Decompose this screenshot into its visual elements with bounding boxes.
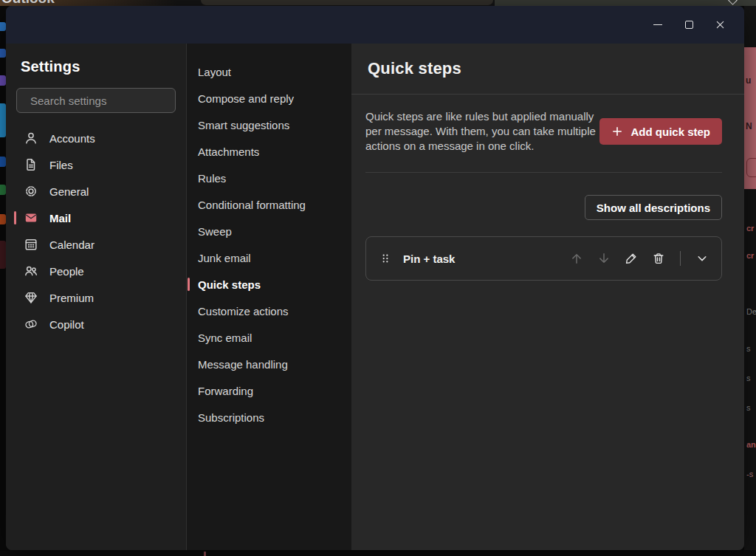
sidebar-item-label: Files	[49, 159, 73, 171]
edge-fragment	[204, 552, 206, 556]
sidebar-item-label: People	[49, 265, 84, 278]
settings-sidebar: Settings Accounts Files General	[6, 44, 186, 550]
edge-fragment: N	[746, 121, 752, 131]
maximize-button[interactable]	[673, 13, 704, 37]
background-promo-button	[746, 158, 756, 177]
category-rules[interactable]: Rules	[187, 165, 351, 191]
sidebar-item-label: Mail	[49, 212, 71, 224]
background-promo-panel: u N	[744, 47, 756, 189]
drag-handle-icon[interactable]	[379, 252, 392, 265]
category-forwarding[interactable]: Forwarding	[187, 377, 351, 404]
panel-content: Quick steps are like rules but applied m…	[351, 95, 744, 281]
sidebar-item-label: Calendar	[49, 238, 94, 251]
expand-button[interactable]	[695, 251, 709, 266]
diamond-icon	[24, 290, 38, 305]
sidebar-item-premium[interactable]: Premium	[16, 284, 176, 311]
description-row: Quick steps are like rules but applied m…	[365, 109, 722, 154]
sidebar-item-accounts[interactable]: Accounts	[16, 125, 176, 151]
actions-separator	[680, 251, 681, 266]
move-up-button[interactable]	[569, 251, 584, 266]
edge-fragment: an	[746, 440, 756, 449]
background-search-label: Search	[226, 0, 261, 2]
mail-icon	[24, 210, 38, 225]
sidebar-item-label: Copilot	[49, 318, 84, 331]
panel-title: Quick steps	[368, 59, 461, 78]
arrow-down-icon	[597, 251, 611, 266]
calendar-icon	[24, 237, 38, 252]
background-rail-icon	[0, 214, 6, 224]
sidebar-item-label: General	[49, 185, 89, 198]
sidebar-item-mail[interactable]: Mail	[16, 205, 176, 231]
minimize-icon	[653, 24, 662, 26]
category-attachments[interactable]: Attachments	[187, 138, 351, 165]
category-sweep[interactable]: Sweep	[187, 218, 351, 244]
dialog-titlebar	[6, 6, 744, 44]
move-down-button[interactable]	[597, 251, 611, 266]
sidebar-item-label: Premium	[49, 292, 94, 304]
settings-dialog-title: Settings	[21, 58, 176, 75]
section-divider	[365, 172, 722, 173]
edge-fragment: cr	[746, 224, 754, 233]
arrow-up-icon	[569, 251, 584, 266]
minimize-button[interactable]	[642, 13, 673, 37]
category-sync-email[interactable]: Sync email	[187, 324, 351, 351]
category-quick-steps[interactable]: Quick steps	[187, 271, 351, 298]
close-button[interactable]	[704, 13, 735, 37]
quick-step-actions	[569, 251, 709, 266]
background-topbar-right	[495, 0, 756, 6]
copilot-icon	[24, 317, 38, 332]
show-all-descriptions-button[interactable]: Show all descriptions	[585, 195, 722, 220]
background-rail-icon	[0, 185, 6, 195]
edge-fragment: -s	[746, 470, 753, 478]
add-quick-step-label: Add quick step	[630, 126, 710, 138]
edge-fragment: s	[746, 344, 751, 353]
dialog-body: Settings Accounts Files General	[6, 44, 744, 550]
background-right-edge: u N cr cr De s s s an -s	[744, 6, 756, 550]
show-all-row: Show all descriptions	[365, 195, 722, 220]
sidebar-item-files[interactable]: Files	[16, 151, 176, 178]
settings-search-input[interactable]	[30, 95, 177, 107]
quick-steps-description: Quick steps are like rules but applied m…	[365, 109, 596, 154]
background-rail-icon	[0, 241, 6, 269]
category-smart-suggestions[interactable]: Smart suggestions	[187, 111, 351, 138]
category-conditional-formatting[interactable]: Conditional formatting	[187, 191, 351, 218]
sidebar-item-people[interactable]: People	[16, 258, 176, 284]
background-rail-icon	[0, 103, 6, 137]
background-search-bar: Search	[201, 0, 493, 5]
pencil-icon	[624, 251, 639, 266]
gear-icon	[24, 184, 38, 199]
sidebar-item-copilot[interactable]: Copilot	[16, 311, 176, 337]
person-icon	[24, 131, 38, 145]
background-app-title: Outlook	[1, 0, 55, 6]
search-icon	[208, 0, 220, 1]
edge-fragment: s	[746, 403, 751, 412]
background-rail-icon	[0, 49, 6, 58]
maximize-icon	[685, 21, 693, 29]
background-rail-icon	[0, 75, 6, 86]
sidebar-item-calendar[interactable]: Calendar	[16, 231, 176, 258]
sidebar-item-general[interactable]: General	[16, 178, 176, 205]
background-app-topbar: Outlook Search	[0, 0, 756, 6]
people-icon	[24, 264, 38, 278]
sidebar-item-label: Accounts	[49, 132, 95, 145]
category-subscriptions[interactable]: Subscriptions	[187, 404, 351, 430]
chevron-down-icon	[695, 251, 709, 266]
category-customize-actions[interactable]: Customize actions	[187, 298, 351, 324]
quick-step-row: Pin + task	[365, 236, 722, 281]
category-message-handling[interactable]: Message handling	[187, 351, 351, 377]
quick-step-name: Pin + task	[403, 253, 455, 265]
edge-fragment: u	[746, 75, 751, 86]
trash-icon	[651, 251, 666, 266]
settings-search-box[interactable]	[16, 88, 176, 113]
add-quick-step-button[interactable]: Add quick step	[599, 118, 722, 145]
category-junk-email[interactable]: Junk email	[187, 244, 351, 271]
edge-fragment: cr	[746, 251, 754, 260]
file-icon	[24, 157, 38, 172]
close-icon	[715, 19, 726, 30]
mail-categories-list: Layout Compose and reply Smart suggestio…	[186, 44, 351, 550]
category-compose-and-reply[interactable]: Compose and reply	[187, 85, 351, 111]
delete-button[interactable]	[651, 251, 666, 266]
edit-button[interactable]	[624, 251, 639, 266]
background-rail-icon	[0, 157, 6, 167]
category-layout[interactable]: Layout	[187, 58, 351, 85]
